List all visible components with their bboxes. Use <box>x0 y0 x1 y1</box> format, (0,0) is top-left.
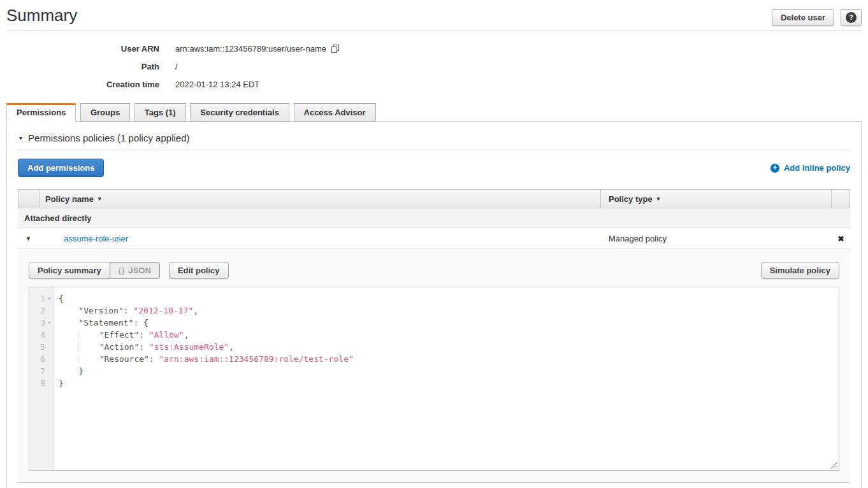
copy-icon[interactable] <box>331 44 340 54</box>
braces-icon: {} <box>119 266 126 275</box>
info-value: / <box>175 62 178 71</box>
sort-arrow-icon: ▾ <box>657 196 660 202</box>
code-line: "Effect": "Allow", <box>59 329 839 341</box>
fold-arrow-icon[interactable]: ▾ <box>45 317 54 329</box>
tab-groups[interactable]: Groups <box>80 103 130 122</box>
gutter-line: 7 <box>29 365 54 377</box>
policy-actions-cell: ✖ <box>832 234 850 243</box>
code-line: } <box>59 365 839 377</box>
code-line: "Resource": "arn:aws:iam::123456789:role… <box>59 353 839 365</box>
collapse-arrow-icon[interactable]: ▾ <box>19 134 22 141</box>
fold-spacer <box>45 377 54 389</box>
policy-name-header-label: Policy name <box>45 194 94 204</box>
info-value: 2022-01-12 13:24 EDT <box>175 80 259 89</box>
code-line: { <box>59 292 839 305</box>
policy-detail-panel: Policy summary {} JSON Edit policy Simul… <box>18 249 850 483</box>
user-info-section: User ARN arn:aws:iam::123456789:user/use… <box>0 31 868 94</box>
editor-gutter: 1▾23▾45678 <box>29 287 54 470</box>
info-row-creation-time: Creation time 2022-01-12 13:24 EDT <box>0 75 868 93</box>
policy-name-link[interactable]: assume-role-user <box>64 234 128 243</box>
actions-column-header <box>831 190 850 208</box>
sort-arrow-icon: ▾ <box>98 196 101 202</box>
info-row-path: Path / <box>0 57 868 75</box>
header-actions: Delete user ? <box>772 9 862 26</box>
user-arn-value: arn:aws:iam::123456789:user/user-name <box>175 44 326 54</box>
edit-policy-button[interactable]: Edit policy <box>169 262 229 279</box>
policy-table-row: ▼ assume-role-user Managed policy ✖ <box>18 228 850 249</box>
section-title: Permissions policies (1 policy applied) <box>28 133 189 143</box>
expand-column-header <box>18 190 40 208</box>
code-line: "Version": "2012-10-17", <box>59 305 839 317</box>
section-divider <box>18 150 850 150</box>
gutter-line: 3▾ <box>29 317 54 329</box>
policy-json-editor[interactable]: 1▾23▾45678 { "Version": "2012-10-17", "S… <box>29 287 839 471</box>
fold-spacer <box>45 353 54 365</box>
page-header: Summary Delete user ? <box>0 0 868 31</box>
permissions-policies-header: ▾ Permissions policies (1 policy applied… <box>18 131 850 143</box>
remove-policy-button[interactable]: ✖ <box>837 234 844 243</box>
code-line: } <box>59 377 839 389</box>
info-label: Path <box>0 62 159 71</box>
policy-type-header-label: Policy type <box>609 194 653 204</box>
tab-tags[interactable]: Tags (1) <box>134 103 186 122</box>
info-label: Creation time <box>0 80 159 89</box>
help-button[interactable]: ? <box>841 9 862 26</box>
policy-table-header: Policy name ▾ Policy type ▾ <box>18 189 850 208</box>
policy-name-column-header[interactable]: Policy name ▾ <box>40 190 600 208</box>
delete-user-button[interactable]: Delete user <box>772 9 834 26</box>
code-line: "Statement": { <box>59 317 839 329</box>
row-expand-arrow-icon[interactable]: ▼ <box>18 235 39 242</box>
gutter-line: 6 <box>29 353 54 365</box>
json-view-label: JSON <box>128 266 150 275</box>
gutter-line: 1▾ <box>29 292 54 305</box>
policy-detail-toolbar: Policy summary {} JSON Edit policy Simul… <box>29 262 839 279</box>
policy-summary-button[interactable]: Policy summary <box>29 262 110 279</box>
policy-type-cell: Managed policy <box>601 234 832 243</box>
json-view-button[interactable]: {} JSON <box>110 262 160 279</box>
tab-bar: Permissions Groups Tags (1) Security cre… <box>6 103 862 122</box>
plus-icon: + <box>770 164 779 173</box>
fold-spacer <box>45 341 54 353</box>
code-line: "Action": "sts:AssumeRole", <box>59 341 839 353</box>
add-permissions-button[interactable]: Add permissions <box>18 159 104 177</box>
gutter-line: 4 <box>29 329 54 341</box>
attached-directly-group-row: Attached directly <box>18 208 850 228</box>
policy-table: Policy name ▾ Policy type ▾ Attached dir… <box>18 189 850 483</box>
info-value: arn:aws:iam::123456789:user/user-name <box>175 44 340 54</box>
gutter-line: 2 <box>29 305 54 317</box>
editor-lines: { "Version": "2012-10-17", "Statement": … <box>54 287 839 470</box>
gutter-line: 8 <box>29 377 54 389</box>
add-inline-policy-link[interactable]: + Add inline policy <box>770 163 850 173</box>
fold-arrow-icon[interactable]: ▾ <box>45 292 54 305</box>
fold-spacer <box>45 365 54 377</box>
policy-type-column-header[interactable]: Policy type ▾ <box>600 190 831 208</box>
info-label: User ARN <box>0 44 159 54</box>
policy-view-toggle: Policy summary {} JSON <box>29 262 160 279</box>
policy-actions-row: Add permissions + Add inline policy <box>18 159 850 177</box>
policy-name-cell: assume-role-user <box>39 234 601 243</box>
page-title: Summary <box>6 5 77 25</box>
gutter-line: 5 <box>29 341 54 353</box>
help-icon: ? <box>846 12 857 23</box>
tab-permissions[interactable]: Permissions <box>6 103 76 122</box>
permissions-tab-panel: ▾ Permissions policies (1 policy applied… <box>6 122 862 488</box>
fold-spacer <box>45 329 54 341</box>
tab-security-credentials[interactable]: Security credentials <box>190 103 289 122</box>
add-inline-policy-label: Add inline policy <box>784 163 850 173</box>
tab-access-advisor[interactable]: Access Advisor <box>294 103 376 122</box>
simulate-policy-button[interactable]: Simulate policy <box>761 262 839 279</box>
fold-spacer <box>45 305 54 317</box>
info-row-user-arn: User ARN arn:aws:iam::123456789:user/use… <box>0 39 868 57</box>
